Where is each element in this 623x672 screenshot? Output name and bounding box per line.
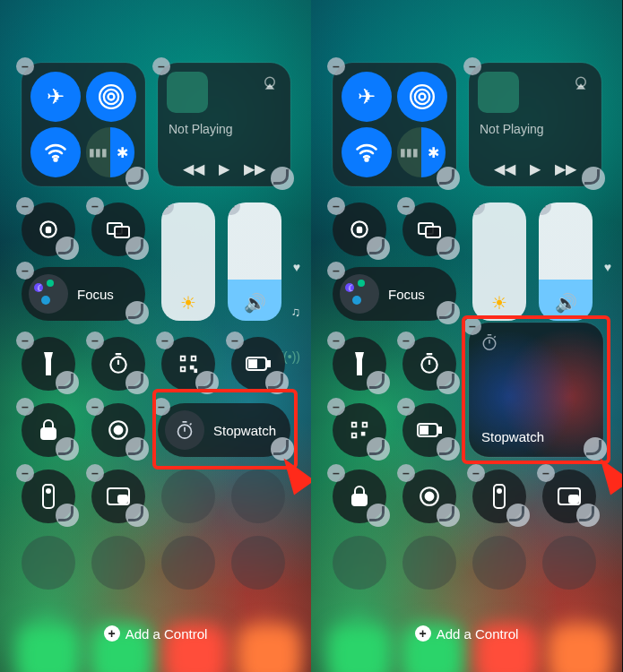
screen-record-toggle[interactable]: – <box>402 470 456 523</box>
airplane-toggle[interactable]: ✈ <box>30 72 81 122</box>
remote-toggle[interactable]: – <box>472 470 526 523</box>
remove-badge[interactable]: – <box>327 57 345 75</box>
lock-toggle[interactable]: – <box>22 403 75 457</box>
prev-icon[interactable]: ◀◀ <box>494 160 515 177</box>
remove-badge[interactable]: – <box>472 202 485 215</box>
resize-grip[interactable] <box>56 437 79 461</box>
focus-pill[interactable]: – ☾ Focus <box>333 267 456 321</box>
resize-grip[interactable] <box>195 371 219 394</box>
empty-slot[interactable] <box>333 536 386 590</box>
low-power-toggle[interactable]: – <box>402 403 456 457</box>
brightness-slider[interactable]: – ☀ <box>161 202 215 321</box>
empty-slot[interactable] <box>231 536 285 590</box>
wifi-toggle[interactable] <box>342 127 392 177</box>
remove-badge[interactable]: – <box>226 332 244 349</box>
cellular-toggle[interactable]: ▮▮▮ <box>397 127 421 177</box>
remove-badge[interactable]: – <box>327 332 345 349</box>
resize-grip[interactable] <box>271 167 294 190</box>
empty-slot[interactable] <box>542 536 596 590</box>
resize-grip[interactable] <box>576 504 600 527</box>
prev-icon[interactable]: ◀◀ <box>183 160 204 177</box>
remove-badge[interactable]: – <box>539 202 551 215</box>
remove-badge[interactable]: – <box>161 202 174 215</box>
resize-grip[interactable] <box>437 371 460 394</box>
remove-badge[interactable]: – <box>397 464 415 482</box>
next-icon[interactable]: ▶▶ <box>555 160 576 177</box>
resize-grip[interactable] <box>125 504 149 527</box>
connectivity-cluster[interactable]: – ✈ ▮▮▮ ✱ <box>333 63 456 186</box>
resize-grip[interactable] <box>437 437 460 461</box>
media-module[interactable]: – Not Playing ◀◀ ▶ ▶▶ <box>469 63 601 186</box>
remove-badge[interactable]: – <box>16 332 34 349</box>
empty-slot[interactable] <box>22 536 75 590</box>
resize-grip[interactable] <box>125 167 149 190</box>
empty-slot[interactable] <box>161 536 215 590</box>
pip-toggle[interactable]: – <box>542 470 596 523</box>
remove-badge[interactable]: – <box>86 332 104 349</box>
remove-badge[interactable]: – <box>152 398 170 416</box>
play-icon[interactable]: ▶ <box>219 160 229 177</box>
resize-grip[interactable] <box>367 504 390 527</box>
resize-grip[interactable] <box>56 371 79 394</box>
empty-slot[interactable] <box>472 536 526 590</box>
flashlight-toggle[interactable]: – <box>333 337 386 391</box>
airplay-icon[interactable] <box>262 75 278 91</box>
remove-badge[interactable]: – <box>327 197 345 215</box>
resize-grip[interactable] <box>265 371 289 394</box>
remove-badge[interactable]: – <box>397 197 415 215</box>
remove-badge[interactable]: – <box>16 197 34 215</box>
resize-grip[interactable] <box>125 301 149 324</box>
resize-grip[interactable] <box>367 371 390 394</box>
remove-badge[interactable]: – <box>16 464 34 482</box>
stopwatch-module-wide[interactable]: – Stopwatch <box>158 403 290 457</box>
remove-badge[interactable]: – <box>156 332 174 349</box>
resize-grip[interactable] <box>56 237 79 260</box>
next-icon[interactable]: ▶▶ <box>244 160 265 177</box>
timer-toggle[interactable]: – <box>402 337 456 391</box>
resize-grip[interactable] <box>437 167 460 190</box>
add-control-button[interactable]: + Add a Control <box>0 625 311 642</box>
qr-scan-toggle[interactable]: – <box>161 337 215 391</box>
remove-badge[interactable]: – <box>327 398 345 416</box>
add-control-button[interactable]: + Add a Control <box>311 625 622 642</box>
remove-badge[interactable]: – <box>86 464 104 482</box>
stopwatch-module-large[interactable]: – Stopwatch <box>469 323 603 457</box>
pip-toggle[interactable]: – <box>91 470 145 523</box>
remove-badge[interactable]: – <box>463 317 481 335</box>
media-module[interactable]: – Not Playing ◀◀ ▶ ▶▶ <box>158 63 290 186</box>
remove-badge[interactable]: – <box>467 464 485 482</box>
screen-record-toggle[interactable]: – <box>91 403 145 457</box>
low-power-toggle[interactable]: – <box>231 337 285 391</box>
remove-badge[interactable]: – <box>86 197 104 215</box>
remove-badge[interactable]: – <box>327 464 345 482</box>
timer-toggle[interactable]: – <box>91 337 145 391</box>
screen-mirror-toggle[interactable]: – <box>402 202 456 256</box>
remove-badge[interactable]: – <box>463 57 481 75</box>
remove-badge[interactable]: – <box>152 57 170 75</box>
remove-badge[interactable]: – <box>327 262 345 280</box>
airplay-icon[interactable] <box>573 75 589 91</box>
airdrop-toggle[interactable] <box>86 72 136 122</box>
resize-grip[interactable] <box>125 237 149 260</box>
remove-badge[interactable]: – <box>16 398 34 416</box>
resize-grip[interactable] <box>125 437 149 461</box>
focus-pill[interactable]: – ☾ Focus <box>22 267 145 321</box>
wifi-toggle[interactable] <box>30 127 81 177</box>
resize-grip[interactable] <box>271 437 294 461</box>
resize-grip[interactable] <box>367 437 390 461</box>
screen-mirror-toggle[interactable]: – <box>91 202 145 256</box>
remove-badge[interactable]: – <box>537 464 555 482</box>
play-icon[interactable]: ▶ <box>530 160 541 177</box>
lock-toggle[interactable]: – <box>333 470 386 523</box>
empty-slot[interactable] <box>231 470 285 523</box>
cellular-toggle[interactable]: ▮▮▮ <box>86 127 110 177</box>
resize-grip[interactable] <box>437 504 460 527</box>
connectivity-cluster[interactable]: – ✈ ▮▮▮ ✱ <box>22 63 145 186</box>
resize-grip[interactable] <box>56 504 79 527</box>
remove-badge[interactable]: – <box>397 398 415 416</box>
rotation-lock-toggle[interactable]: – <box>333 202 386 256</box>
resize-grip[interactable] <box>367 237 390 260</box>
resize-grip[interactable] <box>437 301 460 324</box>
volume-slider[interactable]: –🔊 <box>539 202 593 321</box>
resize-grip[interactable] <box>584 437 607 461</box>
